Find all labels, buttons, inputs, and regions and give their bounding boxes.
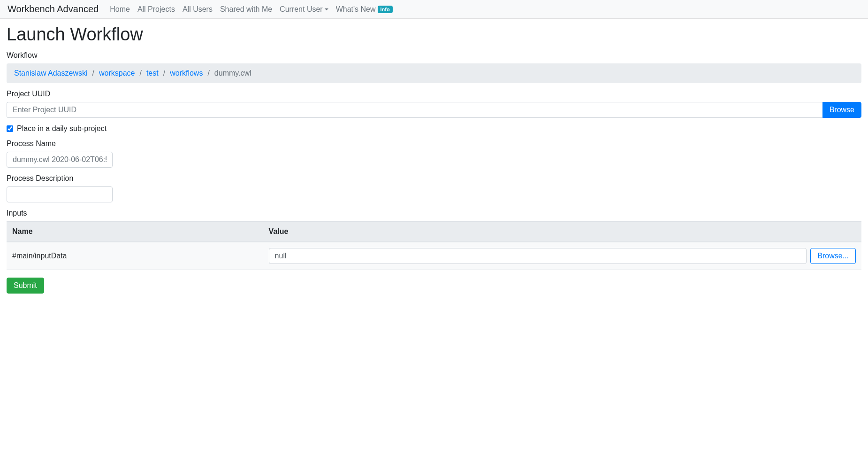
inputs-label: Inputs (7, 209, 861, 217)
table-row: #main/inputData Browse... (7, 242, 861, 270)
info-badge: Info (378, 6, 393, 13)
breadcrumb-item: test / (146, 69, 170, 77)
breadcrumb-item: workflows / (170, 69, 214, 77)
project-uuid-group: Browse (7, 102, 861, 118)
daily-sub-checkbox[interactable] (7, 125, 13, 132)
daily-sub-check: Place in a daily sub-project (7, 124, 861, 133)
breadcrumb-separator: / (88, 69, 99, 77)
nav-shared-with-me[interactable]: Shared with Me (220, 5, 272, 14)
input-value-field[interactable] (269, 248, 807, 264)
breadcrumb-item: workspace / (99, 69, 146, 77)
nav-all-projects[interactable]: All Projects (137, 5, 175, 14)
submit-button[interactable]: Submit (7, 278, 44, 294)
workflow-breadcrumb: Stanislaw Adaszewski / workspace / test … (7, 63, 861, 83)
nav-current-user[interactable]: Current User (280, 5, 328, 14)
nav-whats-new-label: What's New (336, 5, 376, 14)
inputs-table: Name Value #main/inputData Browse... (7, 221, 861, 270)
browse-input-button[interactable]: Browse... (810, 248, 856, 264)
breadcrumb-separator: / (159, 69, 170, 77)
process-desc-input[interactable] (7, 186, 113, 202)
chevron-down-icon (325, 8, 328, 10)
process-name-input[interactable] (7, 152, 113, 168)
process-desc-label: Process Description (7, 174, 861, 183)
table-header-value: Value (263, 222, 861, 242)
top-navbar: Workbench Advanced Home All Projects All… (0, 0, 868, 19)
table-header-name: Name (7, 222, 263, 242)
nav-current-user-label: Current User (280, 5, 323, 14)
input-name-cell: #main/inputData (7, 242, 263, 270)
main-container: Launch Workflow Workflow Stanislaw Adasz… (0, 19, 868, 299)
nav-all-users[interactable]: All Users (183, 5, 213, 14)
breadcrumb-separator: / (135, 69, 146, 77)
browse-project-button[interactable]: Browse (822, 102, 861, 118)
breadcrumb-link-workspace[interactable]: workspace (99, 69, 135, 77)
process-name-label: Process Name (7, 139, 861, 148)
breadcrumb-link-test[interactable]: test (146, 69, 159, 77)
breadcrumb-link-user[interactable]: Stanislaw Adaszewski (14, 69, 88, 77)
workflow-label: Workflow (7, 51, 861, 60)
page-title: Launch Workflow (7, 24, 861, 45)
nav-whats-new[interactable]: What's New Info (336, 5, 393, 14)
breadcrumb-link-workflows[interactable]: workflows (170, 69, 203, 77)
nav-home[interactable]: Home (110, 5, 130, 14)
breadcrumb-active: dummy.cwl (214, 69, 251, 77)
project-uuid-input[interactable] (7, 102, 822, 118)
navbar-brand: Workbench Advanced (8, 4, 99, 15)
breadcrumb-item: Stanislaw Adaszewski / (14, 69, 99, 77)
breadcrumb-separator: / (203, 69, 214, 77)
project-uuid-label: Project UUID (7, 90, 861, 98)
daily-sub-label: Place in a daily sub-project (17, 124, 107, 133)
input-value-cell: Browse... (263, 242, 861, 270)
